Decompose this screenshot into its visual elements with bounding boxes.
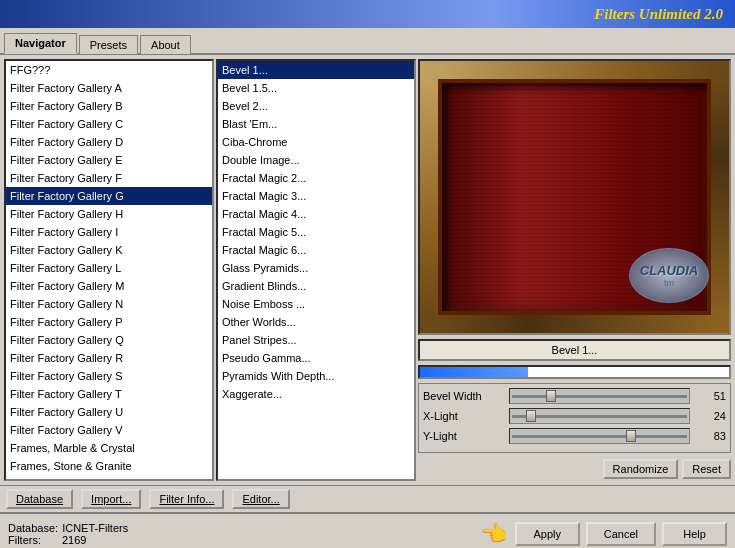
- filter-list[interactable]: Bevel 1...Bevel 1.5...Bevel 2...Blast 'E…: [216, 59, 416, 481]
- filter-item[interactable]: Glass Pyramids...: [218, 259, 414, 277]
- filter-item[interactable]: Gradient Blinds...: [218, 277, 414, 295]
- category-item[interactable]: Frames, Marble & Crystal: [6, 439, 212, 457]
- filter-item[interactable]: Pyramids With Depth...: [218, 367, 414, 385]
- category-item[interactable]: Filter Factory Gallery L: [6, 259, 212, 277]
- editor-button[interactable]: Editor...: [232, 489, 289, 509]
- filter-item[interactable]: Bevel 1...: [218, 61, 414, 79]
- filter-item[interactable]: Fractal Magic 3...: [218, 187, 414, 205]
- progress-fill: [420, 367, 528, 377]
- filter-item[interactable]: Double Image...: [218, 151, 414, 169]
- category-item[interactable]: Filter Factory Gallery M: [6, 277, 212, 295]
- filter-item[interactable]: Fractal Magic 5...: [218, 223, 414, 241]
- right-panel: CLAUDIA tm Bevel 1... Bevel Width51X-Lig…: [418, 59, 731, 481]
- filter-item[interactable]: Blast 'Em...: [218, 115, 414, 133]
- category-item[interactable]: Filter Factory Gallery A: [6, 79, 212, 97]
- cancel-button[interactable]: Cancel: [586, 522, 656, 546]
- category-item[interactable]: Filter Factory Gallery T: [6, 385, 212, 403]
- param-label: X-Light: [423, 410, 503, 422]
- action-buttons: 👈 Apply Cancel Help: [480, 521, 727, 547]
- filter-item[interactable]: Panel Stripes...: [218, 331, 414, 349]
- filter-item[interactable]: Bevel 1.5...: [218, 79, 414, 97]
- database-value: ICNET-Filters: [62, 522, 128, 534]
- category-item[interactable]: Filter Factory Gallery U: [6, 403, 212, 421]
- tab-navigator[interactable]: Navigator: [4, 33, 77, 54]
- main-content: FFG???Filter Factory Gallery AFilter Fac…: [0, 55, 735, 485]
- category-item[interactable]: Filter Factory Gallery P: [6, 313, 212, 331]
- params-section: Bevel Width51X-Light24Y-Light83: [418, 383, 731, 453]
- preview-logo-text: CLAUDIA: [640, 263, 699, 278]
- category-item[interactable]: Filter Factory Gallery Q: [6, 331, 212, 349]
- filter-item[interactable]: Other Worlds...: [218, 313, 414, 331]
- param-value: 83: [696, 430, 726, 442]
- preview-logo: CLAUDIA tm: [629, 248, 709, 303]
- param-slider[interactable]: [509, 388, 690, 404]
- category-item[interactable]: Filter Factory Gallery H: [6, 205, 212, 223]
- category-item[interactable]: Filter Factory Gallery I: [6, 223, 212, 241]
- param-row: Bevel Width51: [423, 388, 726, 404]
- apply-button[interactable]: Apply: [515, 522, 580, 546]
- preview-area: CLAUDIA tm: [418, 59, 731, 335]
- category-item[interactable]: Filter Factory Gallery G: [6, 187, 212, 205]
- filter-item[interactable]: Fractal Magic 6...: [218, 241, 414, 259]
- category-item[interactable]: Filter Factory Gallery E: [6, 151, 212, 169]
- filter-item[interactable]: Fractal Magic 4...: [218, 205, 414, 223]
- database-button[interactable]: Database: [6, 489, 73, 509]
- category-item[interactable]: Frames, Stone & Granite: [6, 457, 212, 475]
- param-label: Bevel Width: [423, 390, 503, 402]
- param-value: 51: [696, 390, 726, 402]
- status-database: Database: ICNET-Filters Filters: 2169: [8, 522, 128, 546]
- param-slider[interactable]: [509, 408, 690, 424]
- reset-button[interactable]: Reset: [682, 459, 731, 479]
- category-item[interactable]: Filter Factory Gallery K: [6, 241, 212, 259]
- filter-item[interactable]: Ciba-Chrome: [218, 133, 414, 151]
- category-item[interactable]: FFG???: [6, 61, 212, 79]
- status-bar: Database: ICNET-Filters Filters: 2169 👈 …: [0, 512, 735, 548]
- param-slider[interactable]: [509, 428, 690, 444]
- database-label: Database:: [8, 522, 58, 534]
- preview-inner: CLAUDIA tm: [420, 61, 729, 333]
- filter-item[interactable]: Xaggerate...: [218, 385, 414, 403]
- category-item[interactable]: Filter Factory Gallery B: [6, 97, 212, 115]
- category-item[interactable]: Filter Factory Gallery C: [6, 115, 212, 133]
- preview-logo-sub: tm: [664, 278, 674, 288]
- title-bar: Filters Unlimited 2.0: [0, 0, 735, 28]
- category-item[interactable]: Filter Factory Gallery V: [6, 421, 212, 439]
- help-button[interactable]: Help: [662, 522, 727, 546]
- filter-item[interactable]: Noise Emboss ...: [218, 295, 414, 313]
- category-item[interactable]: Frames, Textured: [6, 475, 212, 481]
- category-item[interactable]: Filter Factory Gallery S: [6, 367, 212, 385]
- filter-item[interactable]: Pseudo Gamma...: [218, 349, 414, 367]
- category-item[interactable]: Filter Factory Gallery F: [6, 169, 212, 187]
- filters-label: Filters:: [8, 534, 58, 546]
- bottom-toolbar: Database Import... Filter Info... Editor…: [0, 485, 735, 512]
- filter-name-bar: Bevel 1...: [418, 339, 731, 361]
- param-row: Y-Light83: [423, 428, 726, 444]
- import-button[interactable]: Import...: [81, 489, 141, 509]
- category-list[interactable]: FFG???Filter Factory Gallery AFilter Fac…: [4, 59, 214, 481]
- param-value: 24: [696, 410, 726, 422]
- tab-about[interactable]: About: [140, 35, 191, 54]
- filters-value: 2169: [62, 534, 86, 546]
- tabs-row: Navigator Presets About: [0, 28, 735, 55]
- hand-icon-apply: 👈: [480, 521, 507, 547]
- param-row: X-Light24: [423, 408, 726, 424]
- param-label: Y-Light: [423, 430, 503, 442]
- randomize-button[interactable]: Randomize: [603, 459, 679, 479]
- filter-info-button[interactable]: Filter Info...: [149, 489, 224, 509]
- tab-presets[interactable]: Presets: [79, 35, 138, 54]
- filter-item[interactable]: Fractal Magic 2...: [218, 169, 414, 187]
- category-item[interactable]: Filter Factory Gallery N: [6, 295, 212, 313]
- category-item[interactable]: Filter Factory Gallery R: [6, 349, 212, 367]
- category-item[interactable]: Filter Factory Gallery D: [6, 133, 212, 151]
- app-title: Filters Unlimited 2.0: [594, 6, 723, 23]
- filter-item[interactable]: Bevel 2...: [218, 97, 414, 115]
- progress-bar: [418, 365, 731, 379]
